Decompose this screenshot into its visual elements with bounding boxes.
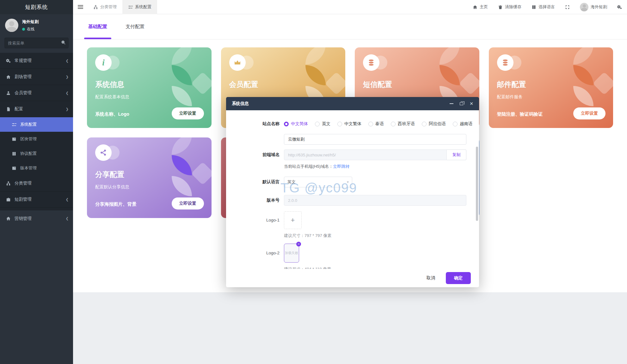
user-panel: 海外短剧 在线 [0,14,73,36]
copy-button[interactable]: 复制 [447,149,466,160]
sidebar-item-label: 会员管理 [15,90,32,96]
default-language-select[interactable]: 英文 ▾ [284,177,352,187]
radio-ar[interactable]: 阿拉伯语 [422,121,446,127]
book-icon [11,151,17,156]
tab-label: 分类管理 [100,4,117,10]
sliders-icon [128,5,133,9]
sliders-icon [11,122,17,127]
fullscreen-button[interactable] [560,0,575,14]
user-status: 在线 [22,27,39,32]
sidebar-item-general[interactable]: 常规管理 ❮ [0,53,73,69]
topbar-user[interactable]: 海外短剧 [575,0,612,14]
chevron-left-icon: ❮ [66,59,69,63]
minimize-icon[interactable] [450,103,453,104]
avatar [580,3,588,11]
card-title: 会员配置 [229,80,258,89]
chevron-down-icon: ▾ [347,180,349,184]
sidebar-item-versions[interactable]: 版本管理 [0,161,73,175]
sidebar-item-label: 常规管理 [15,58,32,64]
radio-zh-cn[interactable]: 中文简体 [284,121,308,127]
sidebar-item-marketing[interactable]: 营销管理 ❮ [0,210,73,227]
topbar: 分类管理 系统配置 主页 清除缓存 选择语言 海外短剧 [73,0,627,14]
share-icon [95,144,112,161]
gears-icon [6,58,11,64]
card-title: 邮件配置 [497,80,526,89]
tab-basic-config[interactable]: 基础配置 [88,24,107,39]
radio-es[interactable]: 西班牙语 [391,121,415,127]
radio-th[interactable]: 泰语 [368,121,384,127]
h5-domain-hint: 当前站点手机端(H5)域名：立即跳转 [284,163,466,170]
home-icon [6,216,11,221]
sidebar-item-category[interactable]: 分类管理 [0,175,73,191]
sidebar-item-theater[interactable]: 剧场管理 ❯︎ [0,69,73,85]
search-icon [61,40,66,46]
modal-body: TG @yc099 站点名称 中文简体 英文 中文繁体 泰语 西班牙语 阿拉伯语… [226,110,479,269]
user-icon [6,90,11,96]
sidebar: 短剧系统 海外短剧 在线 常规管理 ❮ [0,0,73,364]
menu-search-input[interactable] [4,38,69,48]
modal-scrollbar[interactable] [476,147,478,221]
sidebar-item-label: 系统配置 [20,122,37,127]
database-icon [363,54,379,71]
home-icon [6,74,11,80]
cancel-button[interactable]: 取消 [427,275,435,281]
clear-cache-button[interactable]: 清除缓存 [493,0,526,14]
site-language-radios: 中文简体 英文 中文繁体 泰语 西班牙语 阿拉伯语 越南语 [284,118,467,129]
logo2-thumbnail[interactable]: 加载失败 ✕ [284,244,299,263]
modal-footer: 取消 确定 [226,269,479,287]
sidebar-item-label: 短剧管理 [15,197,32,202]
sidebar-item-label: 区块管理 [20,136,37,142]
logo1-size-hint: 建议尺寸：797 * 797 像素 [284,233,466,239]
home-label: 主页 [480,4,488,10]
choose-language-button[interactable]: 选择语言 [526,0,560,14]
choose-language-label: 选择语言 [538,4,555,10]
topbar-tab-category[interactable]: 分类管理 [88,0,122,14]
logo1-upload-box[interactable]: + [284,211,302,229]
system-info-modal: 系统信息 ✕ TG @yc099 站点名称 中文简体 英文 中文繁体 泰语 西班… [226,97,479,287]
avatar[interactable] [5,19,18,32]
radio-vi[interactable]: 越南语 [453,121,473,127]
clear-cache-label: 清除缓存 [505,4,521,10]
jump-now-link[interactable]: 立即跳转 [333,164,349,169]
tab-payment-config[interactable]: 支付配置 [126,24,144,39]
site-name-label: 站点名称 [226,118,284,129]
image-icon [11,166,17,171]
setup-now-button[interactable]: 立即设置 [573,107,605,119]
fullscreen-icon [565,5,570,9]
card-title: 短信配置 [363,80,392,89]
radio-zh-tw[interactable]: 中文繁体 [337,121,361,127]
hamburger-menu-icon[interactable] [73,7,88,7]
sidebar-item-drama[interactable]: 短剧管理 ❮ [0,191,73,208]
logo1-label: Logo-1 [226,211,284,229]
close-icon[interactable]: ✕ [470,101,473,106]
crown-icon [229,54,246,71]
sidebar-item-label: 协议配置 [20,151,37,156]
card-mail-config[interactable]: 邮件配置 配置邮件服务 登陆注册、验证码验证 立即设置 [489,47,613,128]
radio-en[interactable]: 英文 [315,121,330,127]
sidebar-item-blocks[interactable]: 区块管理 [0,132,73,146]
card-share-config[interactable]: 分享配置 配置默认分享信息 分享海报图片、背景 立即设置 [87,137,212,218]
confirm-button[interactable]: 确定 [446,272,471,284]
chevron-down-icon: ❯︎ [66,107,69,111]
language-book-icon [532,5,536,9]
sidebar-item-members[interactable]: 会员管理 ❮ [0,85,73,101]
card-note: 分享海报图片、背景 [95,201,137,207]
card-system-info[interactable]: i 系统信息 配置系统基本信息 系统名称、Logo 立即设置 [87,47,212,128]
modal-header[interactable]: 系统信息 ✕ [226,97,479,110]
setup-now-button[interactable]: 立即设置 [172,197,204,209]
remove-logo2-icon[interactable]: ✕ [296,242,301,246]
restore-icon[interactable] [460,102,463,105]
site-name-input[interactable] [284,134,466,145]
card-subtitle: 配置系统基本信息 [95,94,129,100]
frontend-domain-label: 前端域名 [226,149,284,160]
sidebar-item-config[interactable]: 配置 ❯︎ [0,101,73,117]
settings-button[interactable] [612,0,627,14]
config-tabs: 基础配置 支付配置 [73,14,627,39]
setup-now-button[interactable]: 立即设置 [172,107,204,119]
topbar-tab-system-config[interactable]: 系统配置 [122,0,157,14]
home-link[interactable]: 主页 [468,0,493,14]
file-icon [6,106,11,112]
sidebar-item-system-config[interactable]: 系统配置 [0,117,73,132]
sidebar-item-protocol[interactable]: 协议配置 [0,146,73,161]
card-title: 系统信息 [95,80,124,89]
